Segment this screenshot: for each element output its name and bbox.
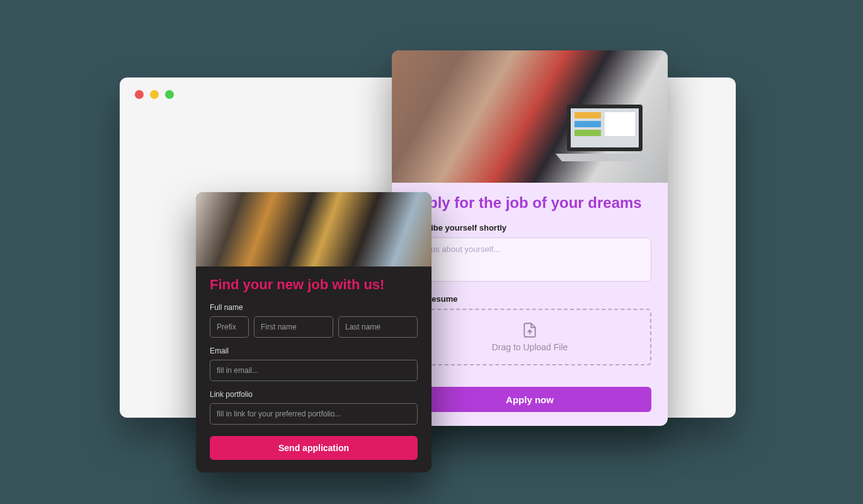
svg-rect-2 — [574, 112, 601, 118]
card-title: Apply for the job of your dreams — [408, 194, 651, 212]
apply-card-purple: Apply for the job of your dreams Describ… — [392, 50, 668, 426]
upload-text: Drag to Upload File — [492, 342, 568, 352]
minimize-window-icon[interactable] — [150, 90, 159, 99]
resume-label: Your resume — [408, 294, 651, 304]
lastname-input[interactable] — [338, 316, 418, 338]
send-application-button[interactable]: Send application — [210, 436, 418, 460]
fullname-label: Full name — [210, 303, 418, 312]
firstname-input[interactable] — [254, 316, 333, 338]
email-input[interactable] — [210, 360, 418, 381]
hero-image — [196, 192, 432, 266]
hero-image — [392, 50, 668, 183]
describe-textarea[interactable] — [408, 238, 651, 282]
portfolio-input[interactable] — [210, 403, 418, 425]
svg-marker-6 — [556, 154, 656, 161]
prefix-input[interactable] — [210, 316, 249, 338]
laptop-illustration-icon — [556, 101, 656, 164]
window-controls — [135, 90, 174, 99]
email-label: Email — [210, 346, 418, 355]
file-upload-icon — [522, 322, 538, 338]
close-window-icon[interactable] — [135, 90, 144, 99]
svg-rect-4 — [574, 130, 601, 136]
svg-rect-3 — [574, 121, 601, 127]
portfolio-label: Link portfolio — [210, 390, 418, 399]
maximize-window-icon[interactable] — [165, 90, 174, 99]
apply-now-button[interactable]: Apply now — [408, 387, 651, 412]
resume-upload-dropzone[interactable]: Drag to Upload File — [408, 309, 651, 365]
svg-rect-5 — [605, 112, 635, 136]
describe-label: Describe yourself shortly — [408, 223, 651, 232]
apply-card-dark: Find your new job with us! Full name Ema… — [196, 192, 432, 472]
card-title: Find your new job with us! — [210, 277, 418, 293]
